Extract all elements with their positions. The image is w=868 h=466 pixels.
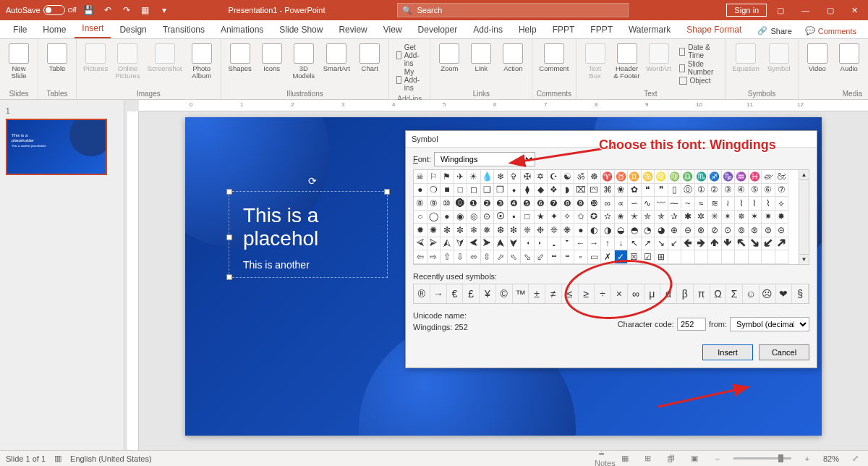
recent-symbol[interactable]: ≥	[579, 284, 595, 303]
symbol-cell[interactable]: ⑨	[427, 197, 441, 211]
tab-fppt[interactable]: FPPT	[545, 21, 582, 38]
symbol-cell[interactable]: ❿	[588, 197, 602, 211]
symbol-cell[interactable]: ✶	[749, 211, 762, 224]
symbol-cell[interactable]: ⮘	[414, 237, 427, 251]
symbol-cell[interactable]: ∝	[615, 197, 629, 211]
slideshow-view-icon[interactable]: ▣	[687, 454, 702, 463]
ribbon-photo-album[interactable]: Photo Album	[187, 42, 216, 82]
symbol-cell[interactable]: ✲	[695, 211, 709, 224]
symbol-cell[interactable]: ⌇	[735, 197, 749, 211]
recent-symbol[interactable]: ≤	[562, 284, 579, 303]
slide-thumbnail[interactable]: This is a placeholderThis is another pla…	[6, 119, 107, 175]
symbol-cell[interactable]: 🢓	[561, 237, 575, 251]
ribbon-audio[interactable]: Audio	[835, 42, 864, 74]
symbol-cell[interactable]: ♒	[735, 170, 749, 184]
symbol-cell[interactable]	[681, 250, 695, 264]
symbol-cell[interactable]: ↖	[628, 237, 642, 251]
recent-symbol[interactable]: ¥	[480, 284, 496, 303]
symbol-cell[interactable]: ✹	[414, 224, 427, 237]
symbol-cell[interactable]: ⚐	[427, 170, 441, 184]
ribbon-link[interactable]: Link	[467, 42, 495, 74]
symbol-cell[interactable]: →	[588, 237, 602, 251]
rotate-handle-icon[interactable]: ⟳	[308, 175, 317, 187]
symbol-cell[interactable]: 🢐	[521, 237, 535, 251]
symbol-cell[interactable]: ❾	[574, 197, 588, 211]
symbol-cell[interactable]: ⓪	[681, 184, 695, 198]
symbol-cell[interactable]: 🙵	[775, 170, 789, 184]
autosave-toggle[interactable]: AutoSave Off	[6, 5, 77, 15]
symbol-cell[interactable]: ❻	[535, 197, 548, 211]
symbol-cell[interactable]: ✰	[668, 211, 682, 224]
tab-watermark[interactable]: Watermark	[621, 21, 678, 38]
symbol-cell[interactable]: ⊙	[481, 211, 495, 224]
tab-insert[interactable]: Insert	[75, 20, 111, 38]
symbol-cell[interactable]: ☑	[642, 250, 655, 264]
ribbon-object[interactable]: Object	[679, 77, 718, 85]
symbol-cell[interactable]: ♊	[628, 170, 642, 184]
symbol-cell[interactable]: ☀	[467, 170, 481, 184]
fit-window-icon[interactable]: ⤢	[848, 454, 862, 463]
symbol-cell[interactable]: ⊗	[695, 224, 709, 237]
symbol-cell[interactable]: ♋	[642, 170, 655, 184]
from-select[interactable]: Symbol (decimal)	[730, 317, 809, 331]
symbol-cell[interactable]: 💧	[481, 170, 495, 184]
symbol-cell[interactable]: ■	[441, 184, 454, 198]
symbol-cell[interactable]: ⮞	[481, 237, 495, 251]
symbol-cell[interactable]: ⊕	[668, 224, 682, 237]
maximize-icon[interactable]: ▢	[820, 3, 841, 18]
language[interactable]: English (United States)	[70, 454, 152, 463]
ribbon-table[interactable]: Table	[43, 42, 72, 74]
symbol-cell[interactable]: ∿	[642, 197, 655, 211]
qa-dropdown-icon[interactable]: ▾	[158, 4, 171, 17]
symbol-cell[interactable]: ↑	[601, 237, 615, 251]
symbol-cell[interactable]: ✳	[708, 211, 722, 224]
symbol-cell[interactable]: ⇩	[454, 250, 468, 264]
symbol-cell[interactable]: ❅	[481, 224, 495, 237]
symbol-cell[interactable]: ⑦	[775, 184, 789, 198]
ribbon-shapes[interactable]: Shapes	[226, 42, 255, 74]
search-box[interactable]: 🔍	[397, 3, 629, 17]
symbol-cell[interactable]: ♎	[681, 170, 695, 184]
tab-view[interactable]: View	[376, 21, 409, 38]
recent-symbol[interactable]: ×	[611, 284, 628, 303]
symbol-cell[interactable]: ⮛	[454, 237, 468, 251]
symbol-cell[interactable]: ▭	[588, 250, 602, 264]
tab-home[interactable]: Home	[35, 21, 73, 38]
recent-symbol[interactable]: ≠	[545, 284, 562, 303]
symbol-cell[interactable]: ♏	[695, 170, 709, 184]
reading-view-icon[interactable]: 🗐	[664, 454, 678, 463]
ribbon-comment[interactable]: Comment	[537, 42, 571, 74]
recent-symbol[interactable]: →	[430, 284, 447, 303]
thumbnail-pane[interactable]: 1 This is a placeholderThis is another p…	[0, 100, 124, 450]
zoom-in-icon[interactable]: +	[800, 454, 814, 463]
symbol-cell[interactable]: ❹	[508, 197, 522, 211]
symbol-cell[interactable]: ⇳	[481, 250, 495, 264]
recent-symbol[interactable]: α	[660, 284, 677, 303]
symbol-cell[interactable]: ●	[574, 224, 588, 237]
symbol-cell[interactable]: 🡼	[735, 237, 749, 251]
recent-symbol[interactable]: ®	[414, 284, 430, 303]
symbol-cell[interactable]: ⮜	[467, 237, 481, 251]
recent-symbol[interactable]: ™	[513, 284, 529, 303]
symbol-cell[interactable]: ❍	[427, 184, 441, 198]
zoom-value[interactable]: 82%	[823, 454, 839, 463]
symbol-cell[interactable]: ⊛	[749, 224, 762, 237]
symbol-cell[interactable]: ◉	[454, 211, 468, 224]
symbol-cell[interactable]: ♈	[601, 170, 615, 184]
save-icon[interactable]: 💾	[82, 4, 95, 17]
symbol-cell[interactable]: ⌇	[749, 197, 762, 211]
ribbon-get-add-ins[interactable]: Get Add-ins	[396, 43, 422, 67]
ribbon-icons[interactable]: Icons	[258, 42, 286, 74]
symbol-cell[interactable]: ⓿	[454, 197, 468, 211]
symbol-cell[interactable]	[668, 250, 682, 264]
redo-icon[interactable]: ↷	[120, 4, 133, 17]
symbol-cell[interactable]: ⌇	[762, 197, 775, 211]
symbol-cell[interactable]: ①	[695, 184, 709, 198]
symbol-cell[interactable]: ☪	[548, 170, 561, 184]
recent-symbol[interactable]: β	[677, 284, 694, 303]
ribbon-date-time[interactable]: Date & Time	[679, 43, 718, 59]
symbol-cell[interactable]: ⑩	[441, 197, 454, 211]
symbol-cell[interactable]: 🡻	[722, 237, 736, 251]
symbol-cell[interactable]: ≋	[708, 197, 722, 211]
symbol-cell[interactable]: ⮝	[494, 237, 508, 251]
